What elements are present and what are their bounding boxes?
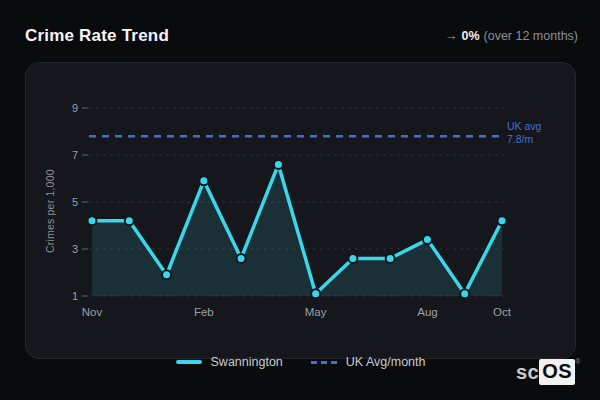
series-point[interactable]: [423, 235, 432, 244]
y-tick-label: 5: [72, 196, 78, 208]
page-title: Crime Rate Trend: [25, 26, 169, 46]
y-tick-label: 7: [72, 149, 78, 161]
series-point[interactable]: [162, 270, 171, 279]
logo-prefix: sc: [516, 361, 539, 384]
x-axis-label: Aug: [417, 306, 437, 318]
series-point[interactable]: [199, 176, 208, 185]
series-point[interactable]: [386, 254, 395, 263]
scos-logo: scOS®: [516, 357, 580, 387]
legend-item-swannington: Swannington: [176, 355, 283, 369]
y-tick-label: 1: [72, 290, 78, 302]
series-point[interactable]: [348, 254, 357, 263]
uk-avg-label: UK avg 7.8/m: [507, 120, 541, 146]
chart-legend: Swannington UK Avg/month: [25, 352, 576, 372]
x-axis-label: Oct: [493, 306, 512, 318]
series-point[interactable]: [237, 254, 246, 263]
trend-value: 0%: [461, 29, 479, 43]
legend-label-swannington: Swannington: [211, 355, 283, 369]
x-axis-label: May: [305, 306, 327, 318]
dashed-line-swatch-icon: [311, 361, 337, 364]
y-tick-label: 9: [72, 102, 78, 114]
x-axis-label: Nov: [82, 306, 103, 318]
uk-avg-label-line1: UK avg: [507, 120, 541, 133]
y-axis-title: Crimes per 1,000: [40, 63, 60, 360]
y-tick-label: 3: [72, 243, 78, 255]
legend-item-uk-avg: UK Avg/month: [311, 355, 426, 369]
registered-mark-icon: ®: [575, 358, 580, 365]
logo-suffix: OS: [539, 359, 575, 385]
series-point[interactable]: [125, 216, 134, 225]
solid-line-swatch-icon: [176, 360, 202, 364]
trend-period: (over 12 months): [484, 29, 578, 43]
series-point[interactable]: [274, 160, 283, 169]
series-point[interactable]: [311, 289, 320, 298]
trend-chart: 13579NovFebMayAugOct: [26, 63, 577, 360]
trend-arrow-icon: →: [445, 29, 458, 43]
crime-trend-chart-card: 13579NovFebMayAugOct Crimes per 1,000 UK…: [25, 62, 576, 359]
x-axis-label: Feb: [194, 306, 214, 318]
series-point[interactable]: [88, 216, 97, 225]
series-point[interactable]: [498, 216, 507, 225]
legend-label-uk-avg: UK Avg/month: [346, 355, 426, 369]
series-point[interactable]: [460, 289, 469, 298]
trend-summary: →0%(over 12 months): [445, 29, 578, 43]
uk-avg-label-line2: 7.8/m: [507, 133, 541, 146]
